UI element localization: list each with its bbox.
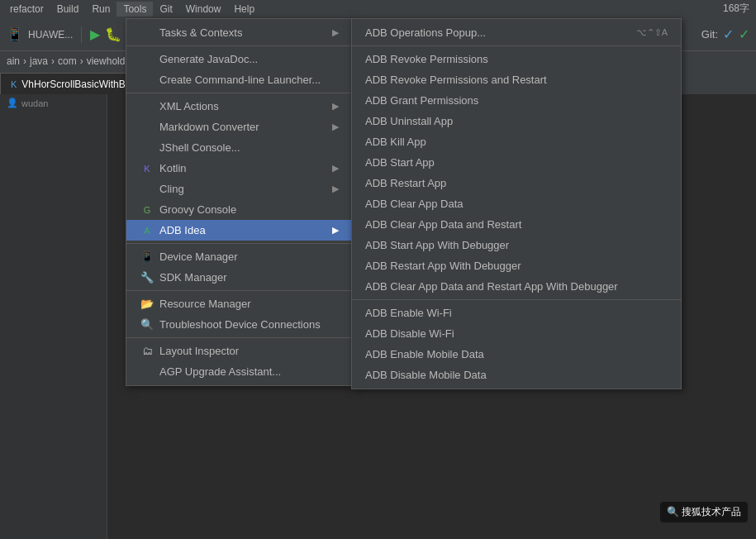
submenu-adb-grant[interactable]: ADB Grant Permissions [352,90,681,111]
resource-icon: 📂 [140,298,155,310]
kotlin-icon: K [140,163,155,174]
submenu-adb-clear-restart[interactable]: ADB Clear App Data and Restart [352,214,681,235]
javadoc-icon [140,54,155,65]
submenu-adb-enable-wifi[interactable]: ADB Enable Wi-Fi [352,303,681,323]
git-push-icon[interactable]: ✓ [723,26,734,42]
phone-icon: 📱 [7,26,23,42]
xml-arrow-icon: ▶ [332,101,339,112]
tools-dropdown-menu: Tasks & Contexts ▶ Generate JavaDoc... C… [126,18,353,386]
submenu-adb-restart[interactable]: ADB Restart App [352,173,681,193]
menu-item-layout-inspector[interactable]: 🗂 Layout Inspector [126,341,352,361]
user-label: 👤 wudan [0,94,107,112]
tasks-arrow-icon: ▶ [332,27,339,38]
menu-item-markdown[interactable]: Markdown Converter ▶ [126,117,352,137]
menu-tools[interactable]: Tools [116,2,153,17]
separator-4 [126,290,352,291]
submenu-sep-1 [352,45,681,46]
user-icon: 👤 [7,98,18,108]
menu-item-agp-upgrade[interactable]: AGP Upgrade Assistant... [126,361,352,382]
submenu-adb-enable-mobile[interactable]: ADB Enable Mobile Data [352,344,681,365]
device-mgr-icon: 📱 [140,251,155,263]
breadcrumb-java: java [30,55,48,67]
kotlin-file-icon: K [11,79,17,89]
menu-help[interactable]: Help [227,2,261,17]
run-icon[interactable]: ▶ [90,26,100,42]
menu-item-device-manager[interactable]: 📱 Device Manager [126,246,352,267]
tasks-icon [140,27,155,39]
submenu-adb-revoke-restart[interactable]: ADB Revoke Permissions and Restart [352,69,681,90]
menu-item-groovy[interactable]: G Groovy Console [126,199,352,220]
cling-arrow-icon: ▶ [332,184,339,194]
submenu-adb-start-debug[interactable]: ADB Start App With Debugger [352,235,681,255]
submenu-adb-uninstall[interactable]: ADB Uninstall App [352,111,681,131]
submenu-adb-clear-data[interactable]: ADB Clear App Data [352,193,681,214]
breadcrumb-com: com [58,55,77,67]
menu-item-xml-actions[interactable]: XML Actions ▶ [126,96,352,117]
top-badge: 168字 [723,2,749,16]
menu-item-sdk-manager[interactable]: 🔧 SDK Manager [126,267,352,288]
adb-ops-shortcut: ⌥⌃⇧A [636,27,668,38]
sdk-icon: 🔧 [140,272,155,284]
device-label: HUAWE... [28,29,73,41]
menu-build[interactable]: Build [50,2,86,17]
kotlin-arrow-icon: ▶ [332,163,339,174]
menu-refactor[interactable]: refactor [3,2,50,17]
groovy-icon: G [140,204,155,216]
markdown-arrow-icon: ▶ [332,122,339,132]
submenu-adb-ops-popup[interactable]: ADB Operations Popup... ⌥⌃⇧A [352,22,681,43]
git-label: Git: [701,28,718,41]
menu-item-tasks-contexts[interactable]: Tasks & Contexts ▶ [126,22,352,43]
troubleshoot-icon: 🔍 [140,319,155,331]
xml-icon [140,101,155,112]
toolbar-separator [81,26,82,43]
menu-item-kotlin[interactable]: K Kotlin ▶ [126,158,352,179]
menu-item-troubleshoot[interactable]: 🔍 Troubleshoot Device Connections [126,314,352,335]
layout-icon: 🗂 [140,346,155,357]
menu-item-resource-manager[interactable]: 📂 Resource Manager [126,293,352,314]
menu-git[interactable]: Git [153,2,178,17]
tab-label: VhHorScrollBasicWithBg.kt [21,79,141,90]
breadcrumb-ain: ain [7,55,20,67]
menu-window[interactable]: Window [179,2,228,17]
submenu-adb-disable-mobile[interactable]: ADB Disable Mobile Data [352,365,681,385]
separator-3 [126,243,352,244]
submenu-adb-start[interactable]: ADB Start App [352,152,681,173]
submenu-sep-2 [352,299,681,300]
menu-item-cling[interactable]: Cling ▶ [126,179,352,199]
git-pull-icon[interactable]: ✓ [739,26,749,42]
adb-arrow-icon: ▶ [332,225,339,236]
watermark: 🔍 搜狐技术产品 [660,502,748,522]
cling-icon [140,184,155,195]
menu-run[interactable]: Run [85,2,116,17]
submenu-adb-revoke[interactable]: ADB Revoke Permissions [352,49,681,69]
debug-icon[interactable]: 🐛 [105,26,121,42]
submenu-adb-disable-wifi[interactable]: ADB Disable Wi-Fi [352,323,681,344]
adb-idea-submenu: ADB Operations Popup... ⌥⌃⇧A ADB Revoke … [351,18,682,389]
submenu-adb-clear-debug[interactable]: ADB Clear App Data and Restart App With … [352,276,681,297]
menu-bar: refactor Build Run Tools Git Window Help… [0,0,756,18]
agp-icon [140,366,155,378]
separator-2 [126,93,352,93]
left-panel: 👤 wudan [0,94,107,539]
jshell-icon [140,142,155,154]
submenu-adb-restart-debug[interactable]: ADB Restart App With Debugger [352,255,681,276]
separator-1 [126,45,352,46]
markdown-icon [140,122,155,133]
cmd-icon [140,74,155,86]
menu-item-cmd-launcher[interactable]: Create Command-line Launcher... [126,69,352,90]
adb-icon: A [140,225,155,236]
menu-item-jshell[interactable]: JShell Console... [126,137,352,158]
separator-5 [126,337,352,338]
submenu-adb-kill[interactable]: ADB Kill App [352,131,681,152]
menu-item-adb-idea[interactable]: A ADB Idea ▶ [126,220,352,241]
menu-item-gen-javadoc[interactable]: Generate JavaDoc... [126,49,352,69]
